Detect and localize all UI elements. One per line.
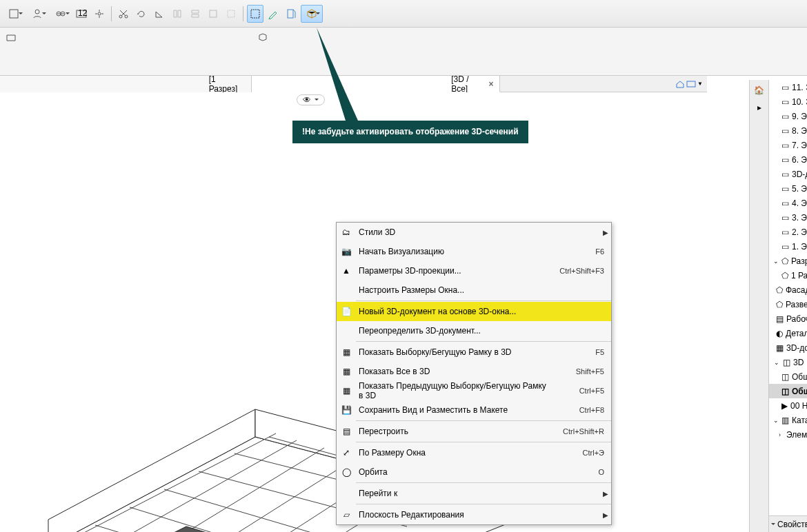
toolbar-file-button[interactable] [3, 5, 25, 23]
nav-item[interactable]: ▭3D-до [769, 167, 807, 181]
nav-item[interactable]: ▭3. Эт [769, 210, 807, 225]
toolbar-rotate-button[interactable] [133, 5, 150, 23]
ctx-label: Показать Все в 3D [356, 367, 552, 376]
tab-close-button[interactable]: × [489, 79, 494, 89]
toolbar-angle-button[interactable] [151, 5, 168, 23]
context-menu: 🗂Стили 3D▶📷Начать ВизуализациюF6▲Парамет… [336, 222, 612, 525]
plan-icon: ▭ [781, 83, 789, 92]
nav-item[interactable]: ▶00 Н [769, 398, 807, 413]
nav-item[interactable]: ▭4. Эт [769, 196, 807, 210]
ctx-item[interactable]: ▦Показать Все в 3DShift+F5 [337, 362, 611, 381]
toolbar-grid12-button[interactable]: 12 [73, 5, 90, 23]
svg-rect-11 [251, 10, 259, 18]
catalog-icon: ▥ [781, 416, 789, 425]
nav-item[interactable]: ⬠Развер [769, 297, 807, 311]
nav-item[interactable]: ⌄▥Катал [769, 413, 807, 427]
toolbar-link-button[interactable] [50, 5, 72, 23]
nav-label: 5. Эт [792, 184, 807, 194]
ctx-item[interactable]: 📷Начать ВизуализациюF6 [337, 242, 611, 261]
toolbar-flip-h-button[interactable] [169, 5, 186, 23]
ctx-shortcut: F5 [552, 348, 611, 356]
nav-item[interactable]: ▭8. Эт [769, 123, 807, 138]
ctx-item[interactable]: ▦Показать Предыдущую Выборку/Бегущую Рам… [337, 381, 611, 400]
ctx-item[interactable]: 💾Сохранить Вид и Разместить в МакетеCtrl… [337, 400, 611, 420]
toolbar-select-box-button[interactable] [247, 5, 263, 23]
nav-label: 6. Эт [792, 155, 807, 165]
ctx-label: Показать Предыдущую Выборку/Бегущую Рамк… [356, 381, 552, 400]
toolbar-target-button[interactable] [91, 5, 108, 23]
nav-label: 2. Эт [792, 227, 807, 237]
nav-item[interactable]: ▭11. Э [769, 80, 807, 94]
nav-item[interactable]: ⌄⬠Разре [769, 254, 807, 268]
detail-icon: ◐ [776, 329, 783, 338]
fit-icon: ⤢ [337, 448, 356, 458]
nav-label: 11. Э [792, 83, 807, 92]
house-icon [675, 79, 685, 89]
nav-item[interactable]: ▭9. Эт [769, 109, 807, 123]
toolbar-box-solid-button[interactable] [205, 5, 221, 23]
nav-label: Фасад [786, 285, 807, 295]
callout-tooltip: !Не забудьте активировать отображение 3D… [292, 121, 528, 143]
nav-item[interactable]: ▭6. Эт [769, 152, 807, 167]
svg-text:12: 12 [78, 8, 87, 18]
twist-icon: ⌄ [773, 359, 780, 366]
ctx-label: Параметры 3D-проекции... [356, 266, 552, 276]
plan-icon: ▭ [781, 227, 789, 237]
ctx-item[interactable]: ▱Плоскость Редактирования▶ [337, 505, 611, 524]
nav-item[interactable]: ◐Детал [769, 326, 807, 340]
properties-header[interactable]: Свойства [768, 515, 807, 532]
toolbar-user-button[interactable] [26, 5, 48, 23]
nav-item[interactable]: ▭2. Эт [769, 225, 807, 239]
tab-3d[interactable]: [3D / Все] × [252, 76, 500, 92]
ctx-item[interactable]: Переопределить 3D-документ... [337, 321, 611, 340]
nav-item[interactable]: ▤Рабоч [769, 311, 807, 326]
nav-label: 3D-до [792, 170, 807, 179]
twist-icon: ⌄ [773, 258, 779, 265]
twist-icon: ⌄ [773, 417, 779, 424]
nav-item[interactable]: ⌄◫3D [769, 355, 807, 369]
toolbar-page3d-button[interactable] [283, 5, 299, 23]
ctx-item[interactable]: ⤢По Размеру ОкнаCtrl+Э [337, 443, 611, 462]
eye-icon: 👁 [303, 95, 311, 105]
nav-item[interactable]: ◫Общ [769, 369, 807, 384]
nav-item[interactable]: ⬠1 Раз [769, 268, 807, 283]
ctx-shortcut: Ctrl+F5 [552, 387, 611, 395]
ctx-label: Перейти к [356, 489, 603, 498]
toolbar-cube3d-button[interactable] [301, 5, 323, 23]
nav-label: 3D [793, 358, 804, 367]
tab-section[interactable]: [1 Разрез] [0, 76, 252, 92]
view-icon: ▶ [781, 401, 788, 411]
toolbar-scissors-button[interactable] [115, 5, 132, 23]
nav-item[interactable]: ▦3D-до [769, 340, 807, 355]
nav-item[interactable]: ›Элем [769, 427, 807, 442]
nav-item[interactable]: ▭7. Эт [769, 138, 807, 152]
view-visibility-toggle[interactable]: 👁 [297, 94, 325, 105]
tab-label: [3D / Все] [451, 74, 484, 94]
view-tabs: [1 Разрез] [3D / Все] × ▼ [0, 76, 707, 92]
ctx-item[interactable]: ▤ПерестроитьCtrl+Shift+R [337, 422, 611, 441]
ctx-item[interactable]: 📄Новый 3D-документ на основе 3D-окна... [337, 302, 611, 321]
nav-item[interactable]: ⬠Фасад [769, 283, 807, 297]
ctx-item[interactable]: ◯ОрбитаO [337, 462, 611, 482]
nav-label: 3. Эт [792, 213, 807, 223]
plan-icon [686, 79, 696, 89]
nav-item[interactable]: ▭10. Э [769, 94, 807, 109]
svg-rect-13 [687, 81, 695, 87]
toolbar-flip-v-button[interactable] [187, 5, 203, 23]
ctx-item[interactable]: ▦Показать Выборку/Бегущую Рамку в 3DF5 [337, 342, 611, 362]
ctx-shortcut: Ctrl+F8 [552, 406, 611, 414]
ctx-item[interactable]: 🗂Стили 3D▶ [337, 223, 611, 242]
ctx-item[interactable]: ▲Параметры 3D-проекции...Ctrl+Shift+F3 [337, 261, 611, 280]
toolbar-box-wire-button[interactable] [223, 5, 239, 23]
nav-item[interactable]: ▭5. Эт [769, 181, 807, 196]
nav-item[interactable]: ◫Общ [769, 384, 807, 398]
nav-item[interactable]: ▭1. Эт [769, 239, 807, 254]
toolbar-pencil-button[interactable] [265, 5, 281, 23]
tabs-menu-button[interactable]: ▼ [675, 79, 703, 89]
ctx-item[interactable]: Настроить Размеры Окна... [337, 280, 611, 300]
nav-label: Разре [791, 256, 807, 266]
side-strip-home-button[interactable]: 🏠 [752, 83, 767, 98]
ctx-shortcut: Ctrl+Э [552, 449, 611, 457]
ctx-item[interactable]: Перейти к▶ [337, 484, 611, 503]
side-strip-more-button[interactable]: ▸ [752, 100, 767, 115]
